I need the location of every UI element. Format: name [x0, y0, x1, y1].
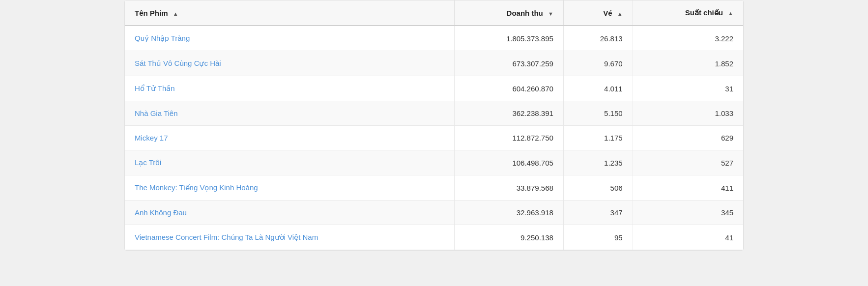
table-row: Lạc Trôi106.498.7051.235527 — [125, 150, 743, 175]
movie-name-cell[interactable]: Lạc Trôi — [125, 150, 454, 175]
screenings-cell: 41 — [633, 225, 743, 250]
table-row: Anh Không Đau32.963.918347345 — [125, 200, 743, 225]
revenue-cell: 33.879.568 — [454, 175, 563, 200]
screenings-cell: 1.852 — [633, 51, 743, 76]
tickets-cell: 9.670 — [563, 51, 633, 76]
movie-revenue-table: Tên Phim ▲ Doanh thu ▼ Vé ▲ Suất chiếu ▲… — [124, 0, 744, 251]
tickets-cell: 5.150 — [563, 101, 633, 126]
col-tickets-sort-icon: ▲ — [617, 11, 623, 17]
revenue-cell: 673.307.259 — [454, 51, 563, 76]
col-header-screenings[interactable]: Suất chiếu ▲ — [633, 0, 743, 26]
tickets-cell: 1.235 — [563, 150, 633, 175]
screenings-cell: 629 — [633, 126, 743, 150]
revenue-cell: 1.805.373.895 — [454, 26, 563, 51]
screenings-cell: 527 — [633, 150, 743, 175]
screenings-cell: 3.222 — [633, 26, 743, 51]
movie-name-cell[interactable]: Anh Không Đau — [125, 200, 454, 225]
col-header-tickets[interactable]: Vé ▲ — [563, 0, 633, 26]
col-name-label: Tên Phim — [135, 9, 168, 17]
tickets-cell: 95 — [563, 225, 633, 250]
col-header-name[interactable]: Tên Phim ▲ — [125, 0, 454, 26]
movie-name-cell[interactable]: Hổ Tử Thần — [125, 76, 454, 101]
revenue-cell: 106.498.705 — [454, 150, 563, 175]
revenue-cell: 32.963.918 — [454, 200, 563, 225]
col-revenue-label: Doanh thu — [507, 9, 543, 17]
revenue-cell: 604.260.870 — [454, 76, 563, 101]
tickets-cell: 4.011 — [563, 76, 633, 101]
screenings-cell: 411 — [633, 175, 743, 200]
revenue-cell: 9.250.138 — [454, 225, 563, 250]
movie-name-cell[interactable]: Vietnamese Concert Film: Chúng Ta Là Ngư… — [125, 225, 454, 250]
screenings-cell: 31 — [633, 76, 743, 101]
movie-name-cell[interactable]: Mickey 17 — [125, 126, 454, 150]
movie-name-cell[interactable]: Quỷ Nhập Tràng — [125, 26, 454, 51]
col-revenue-sort-icon: ▼ — [548, 11, 553, 17]
table-row: Sát Thủ Vô Cùng Cực Hài673.307.2599.6701… — [125, 51, 743, 76]
col-name-sort-icon: ▲ — [173, 11, 178, 17]
movie-name-cell[interactable]: Nhà Gia Tiên — [125, 101, 454, 126]
table-row: Mickey 17112.872.7501.175629 — [125, 126, 743, 150]
movie-name-cell[interactable]: Sát Thủ Vô Cùng Cực Hài — [125, 51, 454, 76]
movie-name-cell[interactable]: The Monkey: Tiếng Vọng Kinh Hoàng — [125, 175, 454, 200]
screenings-cell: 345 — [633, 200, 743, 225]
revenue-cell: 112.872.750 — [454, 126, 563, 150]
tickets-cell: 1.175 — [563, 126, 633, 150]
tickets-cell: 506 — [563, 175, 633, 200]
screenings-cell: 1.033 — [633, 101, 743, 126]
table-row: Nhà Gia Tiên362.238.3915.1501.033 — [125, 101, 743, 126]
col-tickets-label: Vé — [603, 9, 612, 17]
table-row: Hổ Tử Thần604.260.8704.01131 — [125, 76, 743, 101]
table-header-row: Tên Phim ▲ Doanh thu ▼ Vé ▲ Suất chiếu ▲ — [125, 0, 743, 26]
col-screenings-sort-icon: ▲ — [728, 10, 733, 16]
col-screenings-label: Suất chiếu — [685, 8, 723, 17]
table-row: Vietnamese Concert Film: Chúng Ta Là Ngư… — [125, 225, 743, 250]
tickets-cell: 26.813 — [563, 26, 633, 51]
revenue-cell: 362.238.391 — [454, 101, 563, 126]
table-row: The Monkey: Tiếng Vọng Kinh Hoàng33.879.… — [125, 175, 743, 200]
table-row: Quỷ Nhập Tràng1.805.373.89526.8133.222 — [125, 26, 743, 51]
tickets-cell: 347 — [563, 200, 633, 225]
col-header-revenue[interactable]: Doanh thu ▼ — [454, 0, 563, 26]
